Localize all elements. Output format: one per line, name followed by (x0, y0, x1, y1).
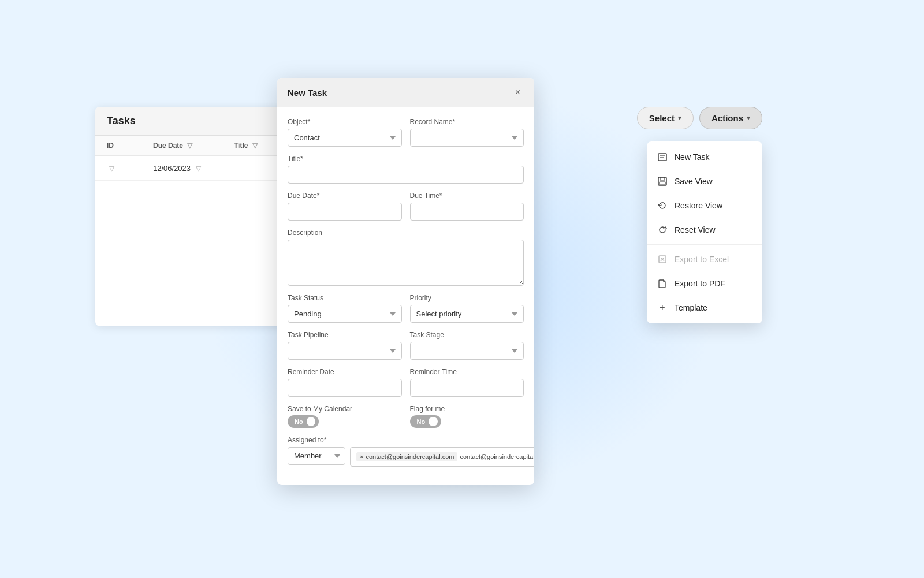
dropdown-item-reset-view[interactable]: Reset View (647, 218, 762, 242)
reminder-date-label: Reminder Date (288, 368, 402, 376)
tasks-title: Tasks (107, 115, 136, 126)
toggle-circle-flag (429, 417, 437, 426)
description-row: Description (288, 229, 524, 286)
pdf-icon (657, 278, 668, 289)
task-icon (657, 152, 668, 162)
row-date-filter-icon[interactable]: ▽ (196, 165, 201, 173)
assigned-to-label: Assigned to* (288, 436, 534, 444)
dropdown-item-export-excel[interactable]: Export to Excel (647, 247, 762, 271)
dropdown-item-save-view[interactable]: Save View (647, 169, 762, 193)
task-status-select[interactable]: Pending (288, 305, 402, 323)
dropdown-item-restore-view[interactable]: Restore View (647, 193, 762, 218)
title-row: Title* (288, 155, 524, 184)
restore-icon (657, 200, 668, 211)
reminder-time-input[interactable]: 11:13 (410, 379, 524, 397)
title-group: Title* (288, 155, 524, 184)
toggle-circle-calendar (307, 417, 315, 426)
due-date-group: Due Date* 2023-06-12 (288, 192, 402, 221)
email-tag-1: × contact@goinsindercapital.com (356, 452, 457, 461)
save-calendar-toggle[interactable]: No (288, 415, 319, 428)
assigned-type-select[interactable]: Member (288, 447, 345, 465)
export-excel-label: Export to Excel (675, 255, 729, 264)
flag-label: Flag for me (410, 405, 524, 413)
template-label: Template (675, 303, 707, 312)
object-select[interactable]: Contact (288, 129, 402, 147)
email-text-2: contact@goinsindercapital.com (460, 453, 534, 460)
object-record-row: Object* Contact Record Name* (288, 118, 524, 147)
task-stage-label: Task Stage (410, 331, 524, 339)
save-view-label: Save View (675, 177, 713, 186)
save-calendar-group: Save to My Calendar No (288, 405, 402, 428)
modal-body: Object* Contact Record Name* Title* (277, 107, 534, 485)
reminder-date-group: Reminder Date 2023-06-12 (288, 368, 402, 397)
due-time-input[interactable]: 11:28 (410, 203, 524, 221)
modal-header: New Task × (277, 78, 534, 107)
save-calendar-label: Save to My Calendar (288, 405, 402, 413)
object-group: Object* Contact (288, 118, 402, 147)
reminder-time-group: Reminder Time 11:13 (410, 368, 524, 397)
task-pipeline-select[interactable] (288, 342, 402, 360)
reset-view-label: Reset View (675, 225, 716, 234)
excel-icon (657, 254, 668, 264)
flag-toggle[interactable]: No (410, 415, 441, 428)
dropdown-item-new-task[interactable]: New Task (647, 145, 762, 169)
modal-title: New Task (288, 88, 327, 98)
restore-view-label: Restore View (675, 201, 722, 210)
object-label: Object* (288, 118, 402, 126)
priority-label: Priority (410, 294, 524, 302)
dropdown-divider (647, 244, 762, 245)
svg-rect-0 (658, 154, 666, 161)
date-filter-icon[interactable]: ▽ (187, 141, 192, 150)
task-pipeline-group: Task Pipeline (288, 331, 402, 360)
toolbar-area: Select ▾ Actions ▾ (637, 107, 762, 129)
email-tag-x-1[interactable]: × (360, 453, 363, 460)
description-group: Description (288, 229, 524, 286)
dropdown-item-template[interactable]: + Template (647, 296, 762, 320)
email-tag-text-1: contact@goinsindercapital.com (366, 453, 454, 460)
actions-button[interactable]: Actions ▾ (699, 107, 762, 129)
assigned-input-row: Member × contact@goinsindercapital.com c… (288, 447, 534, 467)
actions-chevron-icon: ▾ (747, 114, 750, 122)
flag-group: Flag for me No (410, 405, 524, 428)
reset-icon (657, 225, 668, 235)
due-date-input[interactable]: 2023-06-12 (288, 203, 402, 221)
title-input[interactable] (288, 166, 524, 184)
task-stage-select[interactable] (410, 342, 524, 360)
select-button[interactable]: Select ▾ (637, 107, 694, 129)
actions-label: Actions (711, 113, 743, 123)
reminder-date-input[interactable]: 2023-06-12 (288, 379, 402, 397)
assigned-group: Assigned to* Member × contact@goinsinder… (288, 436, 534, 467)
toggles-row: Save to My Calendar No Flag for me No (288, 405, 524, 428)
new-task-modal: New Task × Object* Contact Record Name* … (277, 78, 534, 485)
due-datetime-row: Due Date* 2023-06-12 Due Time* 11:28 (288, 192, 524, 221)
record-name-label: Record Name* (410, 118, 524, 126)
export-pdf-label: Export to PDF (675, 279, 725, 288)
actions-dropdown: New Task Save View Restore View (647, 141, 762, 323)
select-chevron-icon: ▾ (678, 114, 681, 122)
task-pipeline-label: Task Pipeline (288, 331, 402, 339)
modal-close-button[interactable]: × (512, 86, 524, 99)
row-date: 12/06/2023 ▽ (153, 163, 234, 173)
due-time-label: Due Time* (410, 192, 524, 200)
select-label: Select (649, 113, 675, 123)
svg-rect-5 (660, 182, 665, 185)
title-label: Title* (288, 155, 524, 163)
due-time-group: Due Time* 11:28 (410, 192, 524, 221)
assigned-row-group: Assigned to* Member × contact@goinsinder… (288, 436, 524, 467)
template-icon: + (657, 303, 668, 313)
description-label: Description (288, 229, 524, 237)
record-name-select[interactable] (410, 129, 524, 147)
priority-group: Priority Select priority (410, 294, 524, 323)
col-id-header: ID (107, 141, 153, 150)
reminder-time-label: Reminder Time (410, 368, 524, 376)
assigned-email-field[interactable]: × contact@goinsindercapital.com contact@… (350, 447, 534, 467)
record-name-group: Record Name* (410, 118, 524, 147)
col-date-header: Due Date ▽ (153, 141, 234, 150)
description-textarea[interactable] (288, 240, 524, 286)
task-stage-group: Task Stage (410, 331, 524, 360)
save-icon (657, 176, 668, 187)
id-filter-icon[interactable]: ▽ (109, 165, 114, 173)
priority-select[interactable]: Select priority (410, 305, 524, 323)
dropdown-item-export-pdf[interactable]: Export to PDF (647, 271, 762, 296)
title-filter-icon[interactable]: ▽ (252, 141, 258, 150)
